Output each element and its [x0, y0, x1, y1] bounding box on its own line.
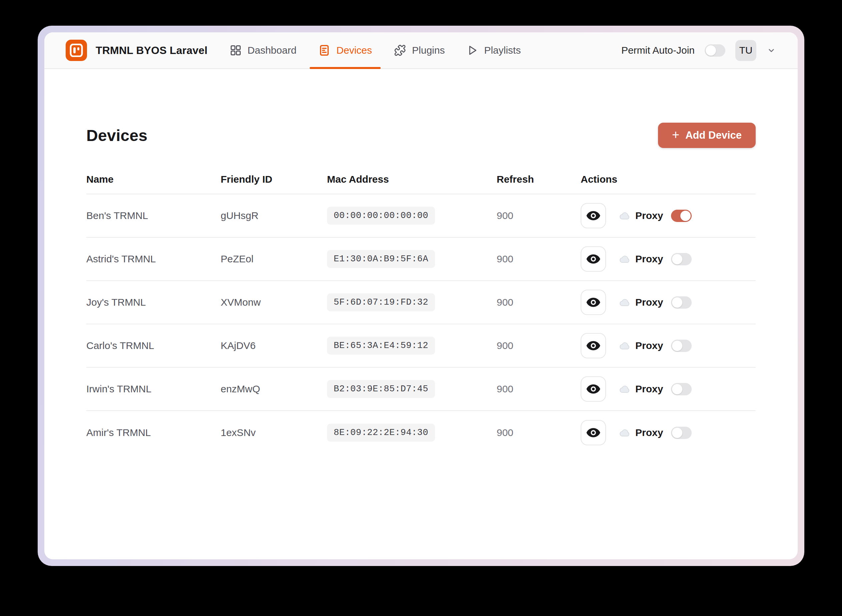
nav-label: Devices [336, 45, 372, 56]
nav-item-devices[interactable]: Devices [318, 32, 372, 68]
view-device-button[interactable] [581, 376, 606, 402]
cloud-icon [618, 428, 631, 437]
proxy-toggle[interactable] [671, 253, 692, 265]
devices-table: Name Friendly ID Mac Address Refresh Act… [87, 165, 755, 454]
refresh-value: 900 [497, 253, 581, 265]
nav-item-dashboard[interactable]: Dashboard [230, 32, 297, 68]
add-device-button[interactable]: + Add Device [658, 123, 755, 148]
proxy-label: Proxy [635, 427, 663, 439]
toggle-knob [680, 211, 691, 221]
app-window: TRMNL BYOS Laravel Dashboard [38, 26, 804, 566]
main-nav: Dashboard Devices [230, 32, 521, 68]
proxy-group: Proxy [618, 427, 692, 439]
cloud-icon [618, 385, 631, 394]
mac-cell: BE:65:3A:E4:59:12 [327, 337, 497, 355]
proxy-group: Proxy [618, 296, 692, 309]
friendly-id: gUHsgR [221, 210, 327, 221]
app-card: TRMNL BYOS Laravel Dashboard [44, 32, 798, 559]
plus-icon: + [672, 128, 679, 141]
col-header-friendly-id: Friendly ID [221, 174, 327, 185]
appbar: TRMNL BYOS Laravel Dashboard [44, 32, 798, 69]
actions-cell: Proxy [581, 420, 755, 445]
view-device-button[interactable] [581, 290, 606, 315]
device-name: Joy's TRMNL [87, 297, 221, 308]
actions-cell: Proxy [581, 376, 755, 402]
nav-label: Plugins [412, 45, 444, 56]
actions-cell: Proxy [581, 246, 755, 272]
proxy-label: Proxy [635, 297, 663, 308]
mac-cell: 5F:6D:07:19:FD:32 [327, 293, 497, 311]
actions-cell: Proxy [581, 333, 755, 358]
mac-address-pill: E1:30:0A:B9:5F:6A [327, 250, 435, 268]
eye-icon [586, 428, 601, 438]
friendly-id: KAjDV6 [221, 340, 327, 351]
appbar-right: Permit Auto-Join TU [621, 32, 776, 68]
table-row: Carlo's TRMNL KAjDV6 BE:65:3A:E4:59:12 9… [87, 324, 755, 368]
chevron-down-icon[interactable] [766, 45, 776, 55]
proxy-group: Proxy [618, 253, 692, 265]
device-name: Carlo's TRMNL [87, 340, 221, 351]
proxy-group: Proxy [618, 383, 692, 395]
proxy-group: Proxy [618, 340, 692, 352]
permit-auto-join-label: Permit Auto-Join [621, 45, 695, 56]
play-icon [466, 45, 478, 56]
device-name: Irwin's TRMNL [87, 383, 221, 395]
mac-address-pill: 5F:6D:07:19:FD:32 [327, 293, 435, 311]
permit-auto-join-toggle[interactable] [705, 44, 725, 57]
cloud-icon [618, 341, 631, 351]
proxy-toggle[interactable] [671, 296, 692, 309]
view-device-button[interactable] [581, 420, 606, 445]
toggle-knob [672, 297, 682, 308]
view-device-button[interactable] [581, 246, 606, 272]
brand-title: TRMNL BYOS Laravel [96, 44, 208, 57]
proxy-toggle[interactable] [671, 340, 692, 352]
proxy-group: Proxy [618, 210, 692, 222]
mac-address-pill: 00:00:00:00:00:00 [327, 207, 435, 225]
col-header-refresh: Refresh [497, 174, 581, 185]
view-device-button[interactable] [581, 333, 606, 358]
page-title: Devices [87, 126, 148, 145]
user-avatar[interactable]: TU [735, 40, 756, 61]
refresh-value: 900 [497, 297, 581, 308]
mac-address-pill: B2:03:9E:85:D7:45 [327, 380, 435, 398]
mac-cell: E1:30:0A:B9:5F:6A [327, 250, 497, 268]
col-header-actions: Actions [581, 174, 755, 185]
refresh-value: 900 [497, 210, 581, 221]
cloud-icon [618, 211, 631, 220]
nav-item-plugins[interactable]: Plugins [394, 32, 444, 68]
toggle-knob [672, 341, 682, 351]
friendly-id: PeZEol [221, 253, 327, 265]
device-name: Astrid's TRMNL [87, 253, 221, 265]
proxy-toggle[interactable] [671, 427, 692, 439]
proxy-label: Proxy [635, 210, 663, 221]
main-content: Devices + Add Device Name Friendly ID Ma… [44, 69, 798, 559]
mac-cell: 8E:09:22:2E:94:30 [327, 424, 497, 441]
brand[interactable]: TRMNL BYOS Laravel [66, 32, 208, 68]
proxy-toggle[interactable] [671, 383, 692, 395]
table-row: Ben's TRMNL gUHsgR 00:00:00:00:00:00 900 [87, 194, 755, 238]
proxy-label: Proxy [635, 340, 663, 351]
mac-address-pill: 8E:09:22:2E:94:30 [327, 424, 435, 441]
eye-icon [586, 254, 601, 264]
friendly-id: XVMonw [221, 297, 327, 308]
friendly-id: 1exSNv [221, 427, 327, 439]
table-row: Irwin's TRMNL enzMwQ B2:03:9E:85:D7:45 9… [87, 368, 755, 411]
cloud-icon [618, 298, 631, 307]
mac-address-pill: BE:65:3A:E4:59:12 [327, 337, 435, 355]
proxy-toggle[interactable] [671, 210, 692, 222]
view-device-button[interactable] [581, 203, 606, 228]
dashboard-grid-icon [230, 44, 242, 56]
proxy-label: Proxy [635, 383, 663, 395]
col-header-mac-address: Mac Address [327, 174, 497, 185]
proxy-label: Proxy [635, 253, 663, 265]
mac-cell: 00:00:00:00:00:00 [327, 207, 497, 225]
device-name: Ben's TRMNL [87, 210, 221, 221]
table-header-row: Name Friendly ID Mac Address Refresh Act… [87, 165, 755, 194]
col-header-name: Name [87, 174, 221, 185]
nav-item-playlists[interactable]: Playlists [466, 32, 521, 68]
table-row: Astrid's TRMNL PeZEol E1:30:0A:B9:5F:6A … [87, 238, 755, 281]
eye-icon [586, 297, 601, 307]
friendly-id: enzMwQ [221, 383, 327, 395]
devices-list-icon [318, 44, 330, 56]
refresh-value: 900 [497, 340, 581, 351]
